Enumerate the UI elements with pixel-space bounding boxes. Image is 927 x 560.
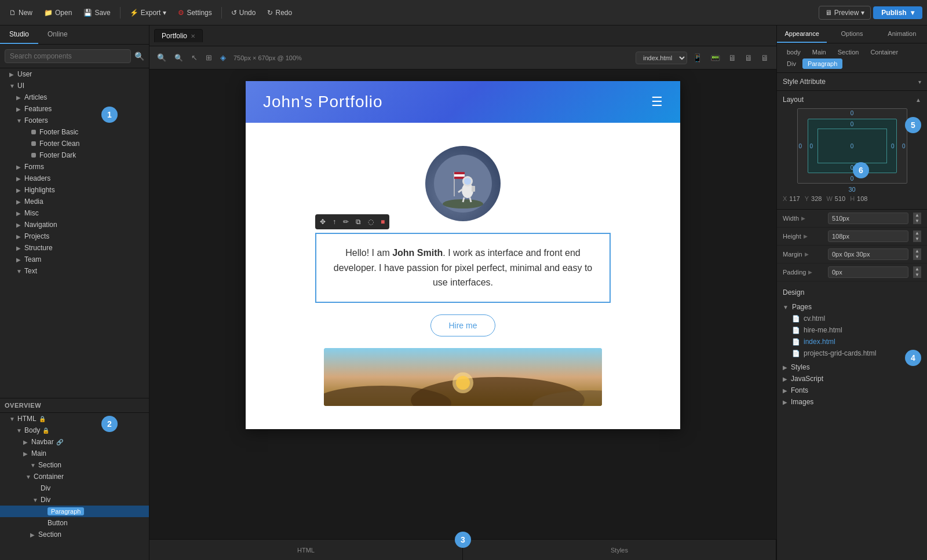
overview-section[interactable]: ▼ Section [0, 459, 149, 471]
sidebar-item-forms[interactable]: ▶ Forms [0, 161, 149, 173]
sidebar-item-projects[interactable]: ▶ Projects [0, 230, 149, 242]
overview-button[interactable]: Button [0, 517, 149, 529]
bread-body[interactable]: body [782, 47, 806, 57]
layout-collapse-icon[interactable]: ▲ [915, 97, 921, 103]
margin-input[interactable]: 0px 0px 30px [828, 248, 908, 260]
sidebar-item-footer-basic[interactable]: Footer Basic [0, 126, 149, 138]
sidebar-item-headers[interactable]: ▶ Headers [0, 173, 149, 184]
style-attr-dropdown-icon[interactable]: ▾ [918, 79, 921, 85]
height-arrow-icon[interactable]: ▶ [804, 233, 808, 239]
bread-paragraph[interactable]: Paragraph [802, 58, 842, 69]
fonts-section-row[interactable]: ▶ Fonts [783, 385, 921, 396]
overview-div2[interactable]: ▼ Div [0, 494, 149, 506]
sidebar-item-navigation[interactable]: ▶ Navigation [0, 219, 149, 230]
image-tool-button[interactable]: ⊞ [203, 52, 215, 64]
tablet-viewport-button[interactable]: 📟 [707, 52, 723, 64]
new-button[interactable]: 🗋 New [5, 6, 37, 19]
sidebar-item-media[interactable]: ▶ Media [0, 196, 149, 207]
layer-tool-button[interactable]: ◈ [217, 52, 229, 64]
sidebar-item-ui[interactable]: ▼ UI [0, 80, 149, 91]
styles-tab[interactable]: Styles [463, 540, 776, 560]
overview-html[interactable]: ▼ HTML 🔒 [0, 413, 149, 424]
undo-button[interactable]: ↺ Undo [227, 6, 261, 19]
html-tab[interactable]: HTML [149, 540, 463, 560]
margin-decrement[interactable]: ▼ [913, 254, 921, 260]
save-button[interactable]: 💾 Save [79, 6, 115, 19]
zoom-out-button[interactable]: 🔍 [171, 52, 186, 64]
preview-button[interactable]: 🖥 Preview ▾ [819, 6, 871, 20]
sidebar-item-articles[interactable]: ▶ Articles [0, 91, 149, 103]
sidebar-item-footer-clean[interactable]: Footer Clean [0, 138, 149, 149]
publish-button[interactable]: Publish ▾ [873, 6, 922, 19]
sidebar-item-highlights[interactable]: ▶ Highlights [0, 184, 149, 196]
edit-button[interactable]: ✏ [340, 216, 352, 228]
tab-online[interactable]: Online [38, 25, 77, 44]
desktop-md-viewport-button[interactable]: 🖥 [742, 52, 756, 64]
page-hire-me[interactable]: 📄 hire-me.html [792, 324, 921, 336]
tab-appearance[interactable]: Appearance [777, 25, 827, 43]
javascript-section-row[interactable]: ▶ JavaScript [783, 373, 921, 385]
cursor-tool-button[interactable]: ↖ [188, 52, 200, 64]
bread-div[interactable]: Div [782, 58, 801, 69]
styles-section-row[interactable]: ▶ Styles [783, 361, 921, 373]
margin-increment[interactable]: ▲ [913, 248, 921, 254]
page-projects[interactable]: 📄 projects-grid-cards.html [792, 347, 921, 359]
search-button[interactable]: 🔍 [134, 52, 144, 61]
export-button[interactable]: ⚡ Export ▾ [125, 6, 171, 19]
margin-arrow-icon[interactable]: ▶ [805, 251, 809, 257]
sidebar-item-footers[interactable]: ▼ Footers [0, 115, 149, 126]
padding-arrow-icon[interactable]: ▶ [808, 269, 812, 275]
padding-stepper[interactable]: ▲ ▼ [913, 266, 921, 278]
width-increment[interactable]: ▲ [913, 213, 921, 218]
width-stepper[interactable]: ▲ ▼ [913, 213, 921, 224]
zoom-in-button[interactable]: 🔍 [154, 52, 169, 64]
margin-stepper[interactable]: ▲ ▼ [913, 248, 921, 260]
sidebar-item-footer-dark[interactable]: Footer Dark [0, 149, 149, 161]
desktop-lg-viewport-button[interactable]: 🖥 [758, 52, 772, 64]
padding-decrement[interactable]: ▼ [913, 272, 921, 278]
images-section-row[interactable]: ▶ Images [783, 396, 921, 408]
overview-container[interactable]: ▼ Container [0, 471, 149, 482]
padding-increment[interactable]: ▲ [913, 266, 921, 272]
overview-main[interactable]: ▶ Main [0, 448, 149, 459]
up-button[interactable]: ↑ [330, 216, 339, 228]
bread-main[interactable]: Main [807, 47, 831, 57]
close-tab-icon[interactable]: ✕ [191, 33, 195, 39]
sidebar-item-structure[interactable]: ▶ Structure [0, 242, 149, 254]
desktop-sm-viewport-button[interactable]: 🖥 [725, 52, 739, 64]
redo-button[interactable]: ↻ Redo [262, 6, 297, 19]
move-button[interactable]: ✥ [317, 216, 329, 228]
sidebar-item-misc[interactable]: ▶ Misc [0, 207, 149, 219]
padding-input[interactable]: 0px [828, 266, 908, 278]
delete-button[interactable]: ■ [378, 216, 388, 228]
height-increment[interactable]: ▲ [913, 230, 921, 236]
overview-section2[interactable]: ▶ Section [0, 529, 149, 540]
hide-button[interactable]: ◌ [365, 216, 377, 228]
open-button[interactable]: 📁 Open [39, 6, 76, 19]
sidebar-item-team[interactable]: ▶ Team [0, 254, 149, 265]
width-input[interactable]: 510px [828, 213, 908, 224]
height-input[interactable]: 108px [828, 230, 908, 242]
tab-options[interactable]: Options [827, 25, 877, 43]
page-cv[interactable]: 📄 cv.html [792, 313, 921, 324]
page-index[interactable]: 📄 index.html [792, 336, 921, 347]
width-arrow-icon[interactable]: ▶ [801, 215, 805, 221]
sidebar-item-text[interactable]: ▼ Text [0, 265, 149, 277]
file-selector[interactable]: index.html [636, 52, 687, 64]
pages-section-row[interactable]: ▼ Pages [783, 301, 921, 313]
settings-button[interactable]: ⚙ Settings [173, 6, 216, 19]
canvas-tab-portfolio[interactable]: Portfolio ✕ [154, 29, 203, 42]
sidebar-item-user[interactable]: ▶ User [0, 68, 149, 80]
hamburger-button[interactable]: ☰ [651, 94, 663, 109]
hire-me-button[interactable]: Hire me [430, 314, 495, 336]
overview-paragraph[interactable]: Paragraph [0, 506, 149, 517]
height-decrement[interactable]: ▼ [913, 236, 921, 242]
tab-animation[interactable]: Animation [877, 25, 927, 43]
bread-section[interactable]: Section [833, 47, 864, 57]
mobile-viewport-button[interactable]: 📱 [689, 52, 705, 64]
height-stepper[interactable]: ▲ ▼ [913, 230, 921, 242]
bread-container[interactable]: Container [865, 47, 903, 57]
search-input[interactable] [5, 49, 131, 63]
copy-button[interactable]: ⧉ [353, 216, 364, 228]
overview-div1[interactable]: Div [0, 482, 149, 494]
